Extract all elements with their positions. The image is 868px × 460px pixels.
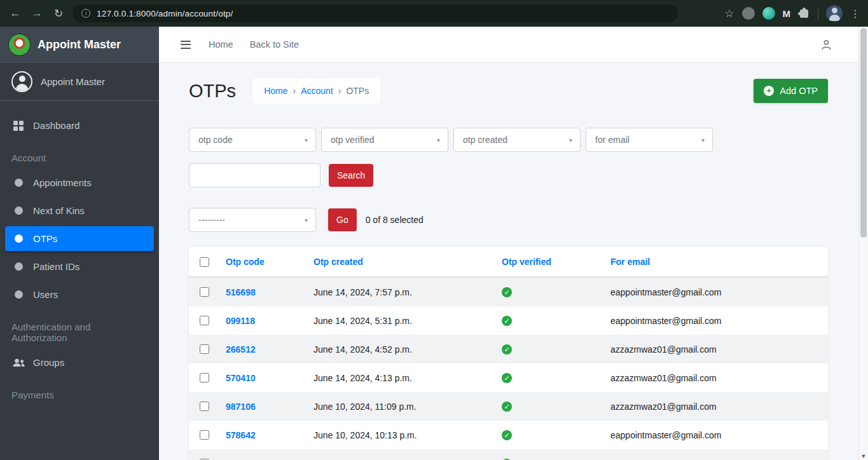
topnav-user-icon[interactable]	[820, 38, 833, 51]
topnav-home-link[interactable]: Home	[209, 39, 233, 50]
extension-icon-teal[interactable]	[762, 7, 775, 20]
user-avatar-icon	[11, 71, 32, 92]
search-input[interactable]	[189, 163, 320, 187]
otp-created-cell: June 10, 2024, 11:09 p.m.	[308, 392, 497, 421]
for-email-cell: eappointmaster@gmail.com	[605, 449, 828, 460]
topnav-back-to-site-link[interactable]: Back to Site	[250, 39, 299, 50]
otp-table: Otp code Otp created Otp verified For em…	[189, 247, 828, 460]
otp-created-cell: June 10, 2024, 10:13 p.m.	[308, 421, 497, 449]
otp-verified-cell: ✓	[497, 449, 605, 460]
row-checkbox[interactable]	[200, 373, 209, 382]
chrome-separator	[818, 8, 818, 19]
back-icon[interactable]: ←	[8, 6, 23, 21]
otp-code-link[interactable]: 099118	[226, 316, 255, 326]
user-name[interactable]: Appoint Master	[41, 76, 105, 87]
row-checkbox[interactable]	[200, 402, 209, 411]
sidebar-item-patient-ids[interactable]: Patient IDs	[5, 254, 154, 279]
go-button[interactable]: Go	[328, 208, 357, 231]
sidebar-item-users[interactable]: Users	[5, 282, 154, 307]
table-row: 584728 June 10, 2024, 9:42 p.m. ✓ eappoi…	[189, 449, 828, 460]
otp-code-link[interactable]: 266512	[226, 344, 256, 355]
breadcrumb-home-link[interactable]: Home	[264, 86, 287, 96]
sort-header-for-email[interactable]: For email	[610, 257, 650, 267]
brand-title: Appoint Master	[38, 38, 121, 51]
circle-icon	[11, 262, 25, 271]
table-row: 987106 June 10, 2024, 11:09 p.m. ✓ azzaz…	[189, 392, 828, 421]
filter-select-otp-created[interactable]: otp created ▾	[453, 128, 581, 152]
verified-check-icon: ✓	[502, 287, 512, 297]
otp-code-link[interactable]: 516698	[226, 287, 256, 297]
row-checkbox[interactable]	[200, 430, 209, 440]
verified-check-icon: ✓	[502, 344, 512, 355]
scrollbar-thumb[interactable]	[860, 28, 867, 238]
row-checkbox[interactable]	[200, 316, 209, 325]
row-checkbox[interactable]	[200, 287, 209, 297]
url-bar[interactable]: i 127.0.0.1:8000/admin/account/otp/	[72, 4, 678, 22]
users-icon	[11, 358, 25, 367]
refresh-icon[interactable]: ↻	[51, 6, 66, 21]
breadcrumb-current: OTPs	[346, 86, 369, 96]
otp-verified-cell: ✓	[497, 277, 605, 306]
otp-verified-cell: ✓	[497, 421, 605, 449]
scrollbar-down-arrow[interactable]: ▼	[859, 453, 868, 459]
filter-select-otp-verified[interactable]: otp verified ▾	[321, 128, 448, 152]
add-otp-button-label: Add OTP	[780, 86, 818, 96]
sidebar-item-label: Appointments	[33, 177, 92, 188]
sidebar-item-next-of-kins[interactable]: Next of Kins	[5, 198, 154, 223]
site-info-icon[interactable]: i	[81, 9, 90, 18]
browser-profile-avatar[interactable]	[826, 5, 843, 22]
sort-header-otp-code[interactable]: Otp code	[226, 257, 265, 267]
otp-code-link[interactable]: 578642	[226, 430, 256, 440]
breadcrumb: Home › Account › OTPs	[252, 78, 380, 104]
sort-header-otp-created[interactable]: Otp created	[313, 257, 363, 267]
forward-icon[interactable]: →	[29, 6, 45, 21]
breadcrumb-account-link[interactable]: Account	[301, 86, 333, 96]
page-title: OTPs	[189, 81, 236, 102]
sidebar-item-groups[interactable]: Groups	[5, 350, 154, 375]
filter-select-otp-code[interactable]: otp code ▾	[189, 128, 316, 152]
sidebar-item-appointments[interactable]: Appointments	[5, 170, 154, 195]
extension-icon-m[interactable]: M	[783, 8, 791, 19]
brand-link[interactable]: Appoint Master	[0, 27, 159, 63]
sidebar-section-payments: Payments	[0, 378, 159, 404]
otp-verified-cell: ✓	[497, 363, 605, 392]
bookmark-star-icon[interactable]: ☆	[724, 7, 734, 20]
table-header-row: Otp code Otp created Otp verified For em…	[189, 247, 828, 277]
row-checkbox[interactable]	[200, 344, 209, 354]
for-email-cell: azzazmwaz01@gmail.com	[605, 335, 828, 363]
plus-circle-icon: +	[764, 86, 774, 96]
for-email-cell: eappointmaster@gmail.com	[605, 306, 828, 335]
search-row: Search	[189, 163, 828, 187]
selection-status: 0 of 8 selected	[366, 215, 424, 225]
sidebar: Appoint Master Appoint Master Dashboard …	[0, 27, 159, 460]
dashboard-grid-icon	[11, 121, 25, 131]
action-select[interactable]: --------- ▾	[189, 208, 316, 232]
add-otp-button[interactable]: + Add OTP	[754, 79, 828, 103]
filter-label: otp code	[198, 135, 233, 145]
browser-menu-icon[interactable]: ⋮	[850, 8, 860, 20]
filter-select-for-email[interactable]: for email ▾	[586, 128, 713, 152]
sidebar-item-label: OTPs	[33, 233, 57, 244]
main-area: Home Back to Site OTPs Home › Account › …	[159, 27, 868, 460]
sort-header-otp-verified[interactable]: Otp verified	[502, 257, 551, 267]
filter-label: for email	[595, 135, 630, 145]
for-email-cell: eappointmaster@gmail.com	[605, 421, 828, 449]
extension-icon-globe[interactable]	[742, 7, 755, 20]
search-button[interactable]: Search	[329, 164, 373, 187]
sidebar-toggle-icon[interactable]	[179, 38, 192, 51]
filter-label: otp created	[463, 135, 507, 145]
select-all-checkbox[interactable]	[200, 257, 209, 267]
otp-table-body: 516698 June 14, 2024, 7:57 p.m. ✓ eappoi…	[189, 277, 828, 460]
page-scrollbar[interactable]: ▼	[858, 27, 868, 460]
table-row: 578642 June 10, 2024, 10:13 p.m. ✓ eappo…	[189, 421, 828, 449]
extensions-puzzle-icon[interactable]	[800, 10, 808, 18]
url-text: 127.0.0.1:8000/admin/account/otp/	[97, 9, 233, 18]
action-row: --------- ▾ Go 0 of 8 selected	[189, 208, 828, 232]
top-navbar: Home Back to Site	[159, 27, 868, 63]
sidebar-item-otps[interactable]: OTPs	[5, 226, 154, 251]
sidebar-item-dashboard[interactable]: Dashboard	[5, 113, 154, 138]
otp-code-link[interactable]: 987106	[226, 402, 256, 412]
otp-code-link[interactable]: 570410	[226, 373, 256, 383]
verified-check-icon: ✓	[502, 402, 512, 412]
table-row: 266512 June 14, 2024, 4:52 p.m. ✓ azzazm…	[189, 335, 828, 363]
